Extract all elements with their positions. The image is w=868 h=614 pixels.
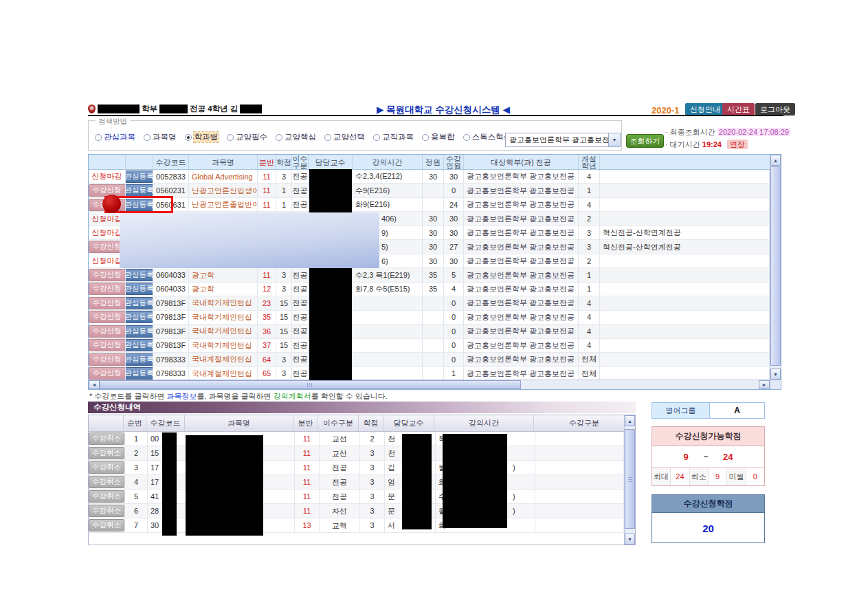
lecture-time-cell [353, 339, 423, 352]
scroll-right-button[interactable]: ► [759, 380, 770, 389]
radio-icon[interactable] [324, 134, 331, 141]
interest-register-button[interactable]: 관심등록 [126, 353, 153, 366]
cancel-enrollment-button[interactable]: 수강취소 [89, 490, 124, 503]
course-code-link[interactable]: 0798333 [153, 353, 189, 366]
course-name-link[interactable]: 광고학 [189, 283, 258, 296]
cancel-enrollment-button[interactable]: 수강취소 [89, 505, 124, 517]
apply-status-button[interactable]: 수강신청 [89, 269, 126, 281]
enrollment-vertical-scrollbar[interactable]: ▲ ▼ [624, 415, 635, 545]
apply-status-button[interactable]: 수강신청 [89, 325, 126, 338]
cancel-enrollment-button[interactable]: 수강취소 [89, 519, 124, 531]
chevron-down-icon[interactable]: ▼ [608, 133, 620, 146]
search-method-option[interactable]: 관심과목 [95, 132, 135, 142]
header-open-grade: 개설 학년 [579, 155, 600, 169]
course-name-link[interactable]: 국내학기제인턴십 [189, 325, 258, 338]
course-code-link[interactable]: 0052833 [153, 170, 189, 183]
apply-status-button[interactable]: 수강신청 [89, 367, 126, 380]
applied-credits-title: 수강신청학점 [652, 495, 764, 513]
interest-register-button[interactable]: 관심등록 [126, 171, 153, 183]
course-row: 수강신청 관심등록 079813F 국내학기제인턴십 37 15 전공 0 광고… [89, 339, 770, 353]
search-method-option[interactable]: 학과별 [185, 132, 219, 142]
course-row: 신청마감 관심등록 0052833 Global Advertising 11 … [89, 170, 770, 184]
radio-icon[interactable] [144, 134, 151, 141]
cancel-enrollment-button[interactable]: 수강취소 [89, 447, 124, 459]
credit-limit-cell-value: 0 [746, 468, 764, 485]
apply-status-button[interactable]: 신청마감 [92, 171, 122, 182]
section-cell: 37 [258, 339, 276, 352]
radio-icon[interactable] [463, 134, 470, 141]
apply-status-button[interactable]: 신청마감 [92, 228, 122, 238]
course-code-link[interactable]: 0604033 [153, 268, 189, 281]
apply-status-button[interactable]: 신청마감 [92, 214, 122, 224]
department-select[interactable]: 광고홍보언론학부 광고홍보전공 ▼ [505, 133, 621, 147]
apply-status-button[interactable]: 수강신청 [89, 311, 126, 323]
logout-button[interactable]: 로그아웃 [755, 103, 795, 116]
apply-status-button[interactable]: 신청마감 [92, 256, 122, 266]
student-faculty-label: 학부 [142, 104, 157, 114]
course-code-link[interactable]: 079813F [153, 339, 189, 352]
enrollment-scrollbar-thumb[interactable] [625, 429, 635, 529]
course-code-link[interactable]: 0604033 [153, 283, 189, 296]
course-code-link[interactable]: 079813F [153, 311, 189, 324]
cancel-enrollment-button[interactable]: 수강취소 [89, 476, 124, 488]
search-method-option[interactable]: 교양필수 [227, 132, 267, 142]
query-button[interactable]: 조회하기 [626, 134, 664, 148]
scroll-down-button[interactable]: ▼ [625, 534, 635, 545]
application-guide-button[interactable]: 신청안내 [685, 103, 725, 116]
interest-register-button[interactable]: 관심등록 [126, 184, 153, 197]
vertical-scrollbar-thumb[interactable] [770, 166, 781, 366]
search-method-option[interactable]: 융복합 [422, 132, 455, 142]
vertical-scrollbar[interactable]: ▲ ▼ [770, 155, 781, 380]
apply-status-button[interactable]: 수강신청 [89, 283, 126, 295]
interest-register-button[interactable]: 관심등록 [126, 283, 153, 295]
search-method-option[interactable]: 교직과목 [373, 132, 414, 142]
last-query-label: 최종조회시간 [670, 128, 715, 136]
radio-icon[interactable] [227, 134, 234, 141]
search-method-option[interactable]: 교양선택 [324, 132, 365, 142]
horizontal-scrollbar-thumb[interactable] [100, 380, 521, 389]
radio-icon[interactable] [185, 134, 192, 141]
course-code-link[interactable]: 079813F [153, 325, 189, 338]
search-method-option[interactable]: 교양핵심 [276, 132, 316, 142]
radio-icon[interactable] [373, 134, 380, 141]
course-name-link[interactable]: 광고학 [189, 268, 258, 281]
radio-icon[interactable] [95, 134, 102, 141]
course-name-link[interactable]: 난광고언론졸업반이다 [189, 198, 258, 211]
interest-register-button[interactable]: 관심등록 [126, 367, 153, 380]
course-name-link[interactable]: 국내학기제인턴십 [189, 311, 258, 324]
interest-register-button[interactable]: 관심등록 [126, 269, 153, 281]
course-name-link[interactable]: 국내계절제인턴십 [189, 367, 258, 380]
course-name-link[interactable]: 난광고언론신입생이다 [189, 184, 258, 197]
course-code-link[interactable]: 079813F [153, 296, 189, 309]
radio-icon[interactable] [276, 134, 282, 141]
interest-register-button[interactable]: 관심등록 [126, 325, 153, 338]
scroll-down-button[interactable]: ▼ [770, 369, 781, 380]
interest-register-button[interactable]: 관심등록 [126, 339, 153, 351]
extend-button[interactable]: 연장 [727, 140, 748, 149]
cancel-enrollment-button[interactable]: 수강취소 [89, 432, 124, 445]
search-method-option[interactable]: 과목명 [144, 132, 177, 142]
scroll-up-button[interactable]: ▲ [625, 415, 635, 426]
apply-status-button[interactable]: 수강신청 [89, 297, 126, 309]
extra-major-cell [600, 283, 770, 296]
course-name-link[interactable]: 국내계절제인턴십 [189, 353, 258, 366]
apply-status-button[interactable]: 수강신청 [89, 339, 126, 351]
timetable-button[interactable]: 시간표 [722, 103, 755, 116]
apply-status-button[interactable]: 수강신청 [89, 353, 126, 366]
cancel-enrollment-button[interactable]: 수강취소 [89, 461, 124, 474]
course-name-link[interactable]: 국내학기제인턴십 [189, 339, 258, 352]
completion-type-cell: 전공 [292, 325, 309, 338]
code-column-redaction-box [162, 432, 177, 536]
course-name-link[interactable]: 국내학기제인턴십 [189, 296, 258, 309]
scroll-up-button[interactable]: ▲ [770, 155, 781, 166]
horizontal-scrollbar[interactable]: ◄ ► [89, 380, 770, 389]
radio-icon[interactable] [422, 134, 429, 141]
course-name-link[interactable]: Global Advertising [189, 170, 258, 183]
interest-register-button[interactable]: 관심등록 [126, 297, 153, 309]
enrolled-cell: 30 [444, 254, 464, 267]
scroll-left-button[interactable]: ◄ [89, 380, 100, 389]
target-major-cell: 광고홍보언론학부 광고홍보전공 [464, 226, 579, 239]
course-code-link[interactable]: 0798333 [153, 367, 189, 380]
interest-register-button[interactable]: 관심등록 [126, 311, 153, 323]
credit-limit-cell-label: 최소 [690, 468, 709, 485]
